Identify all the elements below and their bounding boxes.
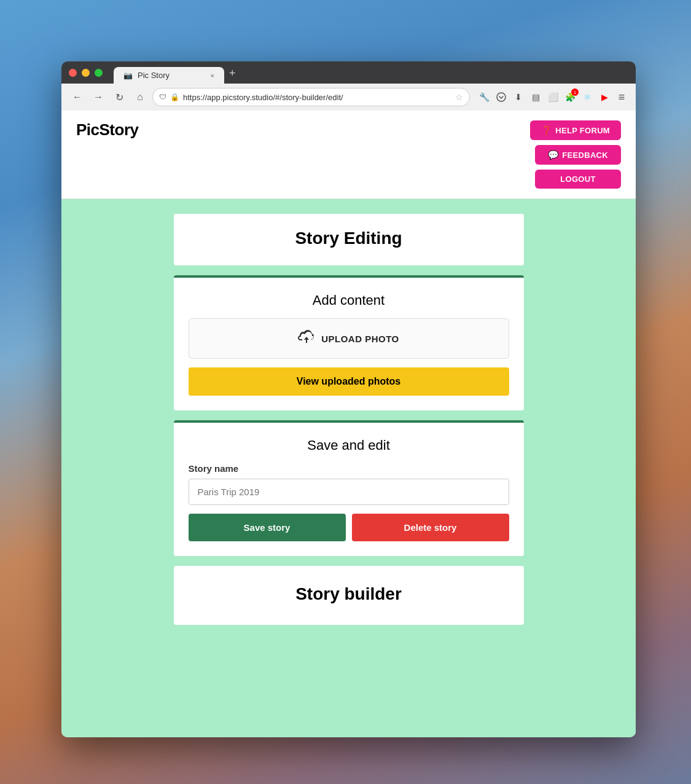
browser-tab[interactable]: 📷 Pic Story × (114, 67, 224, 84)
tab-title: Pic Story (138, 71, 170, 80)
minimize-window-button[interactable] (82, 69, 90, 77)
app-header: PicStory ❓ HELP FORUM 💬 FEEDBACK LOGOUT (61, 111, 636, 199)
url-text[interactable]: https://app.picstory.studio/#/story-buil… (183, 93, 451, 102)
browser-toolbar: ← → ↻ ⌂ 🛡 🔒 https://app.picstory.studio/… (61, 84, 636, 111)
react-icon[interactable]: ⚛ (580, 90, 594, 104)
story-builder-card: Story builder (174, 566, 524, 625)
save-story-button[interactable]: Save story (189, 514, 346, 541)
view-uploaded-photos-button[interactable]: View uploaded photos (189, 367, 509, 396)
menu-icon[interactable]: ≡ (615, 90, 628, 104)
forward-button[interactable]: → (90, 88, 107, 106)
tab-close-button[interactable]: × (211, 72, 214, 79)
help-forum-button[interactable]: ❓ HELP FORUM (530, 120, 621, 140)
maximize-window-button[interactable] (95, 69, 103, 77)
browser-window: 📷 Pic Story × + ← → ↻ ⌂ 🛡 🔒 https://app.… (61, 61, 636, 737)
upload-area[interactable]: UPLOAD PHOTO (189, 318, 509, 359)
action-buttons: Save story Delete story (189, 514, 509, 541)
home-icon: ⌂ (137, 92, 143, 103)
home-button[interactable]: ⌂ (131, 88, 149, 106)
save-edit-title: Save and edit (189, 437, 509, 453)
tab-view-icon[interactable]: ⬜ (546, 90, 560, 104)
download-icon[interactable]: ⬇ (512, 90, 525, 104)
refresh-button[interactable]: ↻ (111, 88, 128, 106)
library-icon[interactable]: ▤ (529, 90, 542, 104)
new-tab-button[interactable]: + (224, 63, 241, 84)
browser-titlebar: 📷 Pic Story × + (61, 61, 636, 84)
main-area: Story Editing Add content UPLOAD PHOTO V… (61, 199, 636, 737)
upload-label: UPLOAD PHOTO (321, 334, 399, 344)
tab-favicon: 📷 (123, 71, 133, 80)
toolbar-icons: 🔧 ⬇ ▤ ⬜ 🧩 1 ⚛ ▶ ≡ (477, 90, 628, 104)
close-window-button[interactable] (69, 69, 77, 77)
lock-icon: 🔒 (170, 93, 179, 101)
back-button[interactable]: ← (69, 88, 86, 106)
address-bar[interactable]: 🛡 🔒 https://app.picstory.studio/#/story-… (152, 88, 470, 106)
save-edit-card: Save and edit Story name Save story Dele… (174, 420, 524, 556)
delete-story-button[interactable]: Delete story (352, 514, 509, 541)
pocket-icon[interactable] (494, 90, 508, 104)
page-content: PicStory ❓ HELP FORUM 💬 FEEDBACK LOGOUT … (61, 111, 636, 737)
story-editing-title-card: Story Editing (174, 214, 524, 265)
story-name-input[interactable] (189, 479, 509, 505)
chat-icon: 💬 (548, 150, 558, 160)
add-content-title: Add content (189, 292, 509, 308)
youtube-icon[interactable]: ▶ (598, 90, 611, 104)
question-icon: ❓ (541, 125, 552, 135)
tools-icon[interactable]: 🔧 (477, 90, 491, 104)
extensions-icon[interactable]: 🧩 1 (563, 90, 577, 104)
forward-icon: → (93, 92, 103, 103)
refresh-icon: ↻ (115, 92, 123, 103)
upload-cloud-icon (298, 330, 315, 347)
app-logo: PicStory (76, 120, 139, 139)
header-buttons: ❓ HELP FORUM 💬 FEEDBACK LOGOUT (530, 120, 621, 189)
bookmark-icon[interactable]: ☆ (455, 92, 463, 102)
svg-point-0 (497, 93, 506, 101)
back-icon: ← (72, 92, 82, 103)
story-name-label: Story name (189, 463, 509, 474)
add-content-card: Add content UPLOAD PHOTO View uploaded p… (174, 275, 524, 410)
security-icon: 🛡 (159, 93, 166, 101)
badge-count: 1 (571, 88, 579, 96)
story-builder-title: Story builder (189, 584, 509, 604)
logout-button[interactable]: LOGOUT (535, 170, 621, 189)
feedback-button[interactable]: 💬 FEEDBACK (535, 145, 621, 165)
story-editing-title: Story Editing (189, 229, 509, 248)
